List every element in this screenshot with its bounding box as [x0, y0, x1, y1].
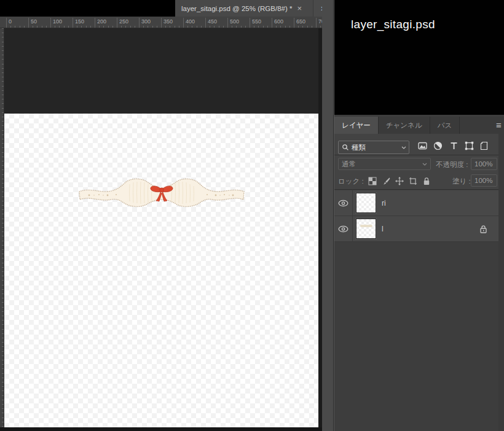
horizontal-ruler: 0 50 100 150 200 250 300 350 400 450 500…	[0, 17, 322, 28]
ruler-label: 600	[272, 18, 283, 27]
panel-menu-icon[interactable]: ≡	[496, 120, 502, 130]
tab-layers[interactable]: レイヤー	[334, 117, 379, 134]
panel-scrollbar-gutter	[498, 134, 504, 431]
layer-thumbnail[interactable]	[356, 219, 376, 239]
lock-all-icon[interactable]	[422, 177, 431, 185]
lock-position-move-icon[interactable]	[395, 177, 404, 185]
ruler-label: 150	[73, 18, 84, 27]
layer-row-l[interactable]: l	[334, 216, 498, 242]
chevron-down-icon	[492, 179, 494, 182]
layer-locked-icon	[479, 225, 487, 233]
lock-artboard-icon[interactable]	[409, 177, 417, 185]
ruler-label: 300	[139, 18, 151, 27]
opacity-label: 不透明度 :	[436, 160, 468, 169]
garment-artwork	[76, 177, 248, 209]
photoshop-window: layer_sitagi.psd @ 25% (RGB/8#) * × » 0 …	[0, 0, 504, 431]
lock-image-pixels-brush-icon[interactable]	[382, 177, 390, 185]
ruler-label: 650	[294, 18, 305, 27]
adjustment-layer-filter-icon[interactable]	[433, 141, 443, 150]
layer-thumbnail[interactable]	[356, 193, 376, 213]
vertical-ruler	[0, 28, 4, 427]
layer-row-ri[interactable]: ri	[334, 190, 498, 216]
ruler-label: 350	[161, 18, 173, 27]
layer-filter-value: 種類	[352, 143, 366, 152]
ruler-label: 0	[6, 18, 12, 27]
lock-label: ロック :	[338, 177, 364, 186]
ruler-label: 200	[95, 18, 106, 27]
right-panel: layer_sitagi.psd レイヤー チャンネル パス ≡ 種類	[334, 0, 504, 431]
document-tab-title: layer_sitagi.psd @ 25% (RGB/8#) *	[175, 5, 292, 12]
ruler-label: 500	[227, 18, 239, 27]
ruler-label: 50	[28, 18, 37, 27]
tab-paths[interactable]: パス	[430, 117, 460, 134]
preview-window: layer_sitagi.psd	[334, 0, 504, 115]
preview-window-title: layer_sitagi.psd	[351, 18, 435, 31]
panel-tab-bar: レイヤー チャンネル パス	[334, 117, 504, 134]
layer-filter-row: 種類	[334, 134, 504, 155]
tab-channels[interactable]: チャンネル	[379, 117, 430, 134]
blend-mode-row: 通常 不透明度 : 100%	[334, 155, 504, 173]
opacity-value: 100%	[474, 160, 492, 168]
blend-mode-value: 通常	[342, 160, 356, 169]
canvas-edge	[0, 427, 322, 431]
panel-divider	[322, 0, 334, 431]
document-canvas[interactable]	[4, 114, 318, 427]
lock-transparent-pixels-icon[interactable]	[368, 177, 377, 185]
layer-name[interactable]: l	[382, 216, 384, 242]
layer-list: ri l	[334, 190, 498, 242]
chevron-down-icon	[422, 163, 427, 166]
pixel-layer-filter-icon[interactable]	[418, 141, 427, 150]
ruler-label: 400	[183, 18, 195, 27]
ruler-label: 100	[50, 18, 62, 27]
document-tab[interactable]: layer_sitagi.psd @ 25% (RGB/8#) * ×	[175, 0, 313, 17]
lock-row: ロック : 塗り : 100%	[334, 173, 504, 190]
opacity-select[interactable]: 100%	[471, 158, 497, 170]
eye-icon	[338, 200, 348, 207]
ruler-label: 450	[205, 18, 217, 27]
eye-icon	[338, 225, 348, 233]
layer-name[interactable]: ri	[382, 190, 386, 216]
fill-value: 100%	[474, 177, 492, 184]
type-layer-filter-icon[interactable]	[449, 141, 459, 150]
close-icon[interactable]: ×	[297, 4, 302, 12]
visibility-toggle[interactable]	[334, 190, 353, 216]
visibility-toggle[interactable]	[334, 216, 353, 242]
ruler-label: 550	[250, 18, 261, 27]
search-icon	[342, 144, 349, 151]
chevron-down-icon	[492, 163, 494, 166]
fill-select[interactable]: 100%	[471, 174, 497, 187]
layer-filter-select[interactable]: 種類	[338, 141, 409, 154]
ruler-label: 250	[117, 18, 128, 27]
fill-label: 塗り :	[452, 177, 471, 186]
blend-mode-select[interactable]: 通常	[338, 158, 431, 170]
shape-layer-filter-icon[interactable]	[465, 141, 474, 150]
smart-object-filter-icon[interactable]	[479, 141, 489, 150]
chevron-down-icon	[401, 146, 406, 149]
